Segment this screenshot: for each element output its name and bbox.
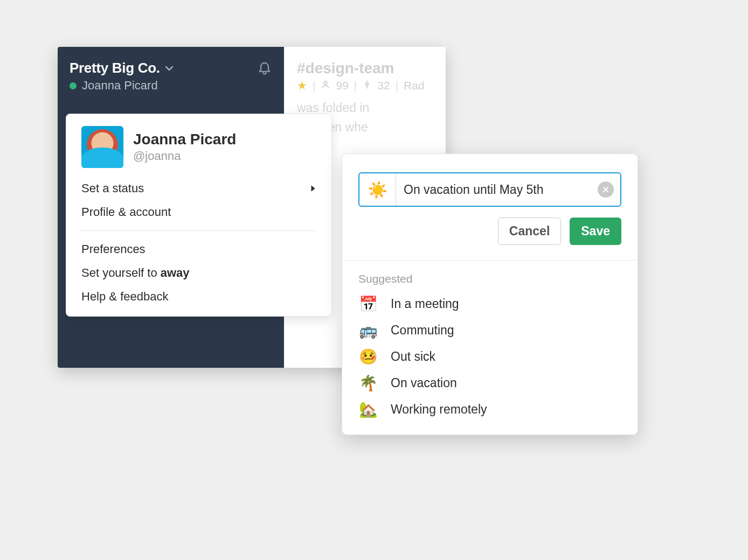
sick-face-icon: 🤒 (358, 348, 378, 366)
suggested-title: Suggested (358, 272, 621, 285)
profile-handle: @joanna (133, 149, 236, 163)
avatar[interactable] (81, 126, 123, 168)
chevron-down-icon[interactable] (165, 66, 173, 71)
menu-item-preferences[interactable]: Preferences (66, 237, 331, 261)
suggested-label: Working remotely (391, 402, 487, 417)
menu-item-set-away[interactable]: Set yourself to away (66, 261, 331, 285)
current-user-name[interactable]: Joanna Picard (82, 79, 158, 93)
caret-right-icon (310, 185, 316, 192)
status-input[interactable] (396, 183, 598, 197)
suggested-item-commuting[interactable]: 🚌 Commuting (358, 321, 621, 339)
menu-item-label: Set yourself to away (81, 266, 190, 280)
suggested-label: In a meeting (391, 297, 459, 311)
menu-item-label: Preferences (81, 242, 146, 256)
cancel-button[interactable]: Cancel (498, 218, 561, 245)
suggested-item-sick[interactable]: 🤒 Out sick (358, 348, 621, 366)
bell-icon[interactable] (257, 60, 272, 76)
suggested-label: Out sick (391, 349, 435, 364)
pins-count: 32 (377, 79, 390, 92)
suggested-list: 📅 In a meeting 🚌 Commuting 🤒 Out sick 🌴 … (358, 295, 621, 418)
menu-item-label: Profile & account (81, 205, 171, 219)
star-icon[interactable]: ★ (297, 79, 307, 92)
menu-profile-header: Joanna Picard @joanna (66, 114, 331, 177)
pin-icon (362, 79, 372, 92)
calendar-icon: 📅 (358, 295, 378, 313)
suggested-label: Commuting (391, 323, 454, 338)
house-icon: 🏡 (358, 401, 378, 418)
suggested-item-remote[interactable]: 🏡 Working remotely (358, 401, 621, 418)
menu-item-label: Help & feedback (81, 290, 168, 304)
suggested-label: On vacation (391, 376, 457, 390)
status-modal: ☀️ Cancel Save Suggested 📅 In a meeting … (342, 153, 638, 435)
workspace-header[interactable]: Pretty Big Co. Joanna Picard (58, 47, 284, 100)
bus-icon: 🚌 (358, 321, 378, 339)
status-input-wrap: ☀️ (358, 172, 621, 207)
save-button[interactable]: Save (570, 218, 621, 245)
emoji-picker-button[interactable]: ☀️ (359, 173, 396, 206)
menu-separator (81, 230, 316, 231)
menu-item-label: Set a status (81, 181, 144, 195)
members-icon (321, 79, 330, 92)
sun-icon: ☀️ (368, 180, 387, 199)
suggested-section: Suggested 📅 In a meeting 🚌 Commuting 🤒 O… (342, 261, 638, 435)
menu-item-profile-account[interactable]: Profile & account (66, 200, 331, 224)
suggested-item-meeting[interactable]: 📅 In a meeting (358, 295, 621, 313)
sidebar: Pretty Big Co. Joanna Picard (58, 47, 284, 368)
profile-name: Joanna Picard (133, 131, 236, 148)
presence-indicator (70, 82, 77, 89)
channel-name[interactable]: #design-team (297, 60, 433, 77)
channel-topic-fragment: Rad (404, 79, 425, 92)
menu-item-help-feedback[interactable]: Help & feedback (66, 285, 331, 309)
suggested-item-vacation[interactable]: 🌴 On vacation (358, 374, 621, 392)
menu-item-set-status[interactable]: Set a status (66, 177, 331, 200)
user-menu-popover: Joanna Picard @joanna Set a status Profi… (66, 114, 332, 317)
svg-point-0 (324, 81, 327, 85)
channel-meta: ★ | 99 | 32 | Rad (297, 79, 433, 92)
palm-tree-icon: 🌴 (358, 374, 378, 392)
workspace-name[interactable]: Pretty Big Co. (70, 60, 160, 76)
members-count: 99 (336, 79, 348, 92)
clear-status-button[interactable] (598, 181, 614, 198)
